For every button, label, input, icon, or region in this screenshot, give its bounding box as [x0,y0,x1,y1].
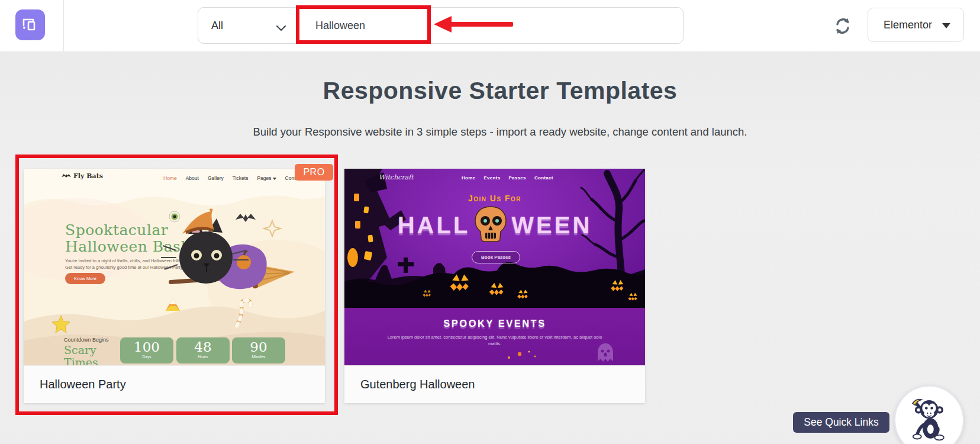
refresh-icon [833,17,852,38]
template-title: Gutenberg Halloween [360,378,475,391]
topbar-divider [63,0,64,52]
template-preview-gutenberg-halloween: Witchcraft Home Events Passes Contact Jo… [344,169,645,365]
caret-down-icon [942,23,950,28]
responsive-devices-icon [21,15,39,35]
preview2-nav-home: Home [462,175,475,181]
page-title: Responsive Starter Templates [0,77,980,105]
category-filter-select[interactable]: All [198,8,296,43]
topbar: All [0,0,980,52]
refresh-button[interactable] [831,15,855,39]
preview2-hero: Witchcraft Home Events Passes Contact Jo… [344,169,645,308]
chevron-down-icon [276,22,286,34]
countdown-box-minutes: 90 Minutes [232,337,285,363]
template-card-halloween-party[interactable]: Fly Bats Home About Gallery Tickets Page… [24,169,325,403]
search-bar: All [198,7,684,44]
caret-down-icon [273,178,276,180]
preview1-countdown-label: Countdown Begins [64,337,109,343]
preview2-nav-passes: Passes [508,175,526,181]
template-title: Halloween Party [40,378,126,391]
preview1-nav-gallery: Gallery [208,175,224,181]
preview1-nav: Home About Gallery Tickets Pages Contact [163,175,302,181]
preview2-nav-events: Events [483,175,500,181]
search-input[interactable] [296,8,683,43]
preview2-events-section: SPOOKY EVENTS Lorem ipsum dolor sit amet… [344,308,645,365]
template-card-gutenberg-halloween[interactable]: Witchcraft Home Events Passes Contact Jo… [344,169,645,403]
sparkle-dots [504,349,540,361]
preview1-nav-tickets: Tickets [233,175,249,181]
preview2-site-logo: Witchcraft [379,173,414,181]
monkey-mascot-icon [906,394,952,444]
preview2-book-passes-button: Book Passes [472,251,520,263]
see-quick-links-button[interactable]: See Quick Links [793,412,889,433]
preview1-nav-about: About [186,175,199,181]
candy-cane-icon [232,298,253,329]
star-icon [51,314,71,334]
template-preview-halloween-party: Fly Bats Home About Gallery Tickets Page… [24,169,325,365]
responsive-logo[interactable] [15,9,45,40]
preview2-section-title: SPOOKY EVENTS [344,318,645,329]
page-subtitle: Build your Responsive website in 3 simpl… [0,126,980,139]
pro-badge: PRO [295,164,333,181]
preview1-nav-home: Home [163,175,177,181]
category-filter-value: All [211,20,223,32]
starter-templates-page: All [0,0,980,444]
countdown-box-days: 100 Days [120,337,173,363]
preview2-tagline: Join Us For [344,194,645,203]
preview1-nav-pages: Pages [257,175,276,181]
preview2-hero-title: HALL WEEN [344,205,645,244]
countdown-box-hours: 48 Hours [176,337,230,363]
skull-icon [471,205,510,244]
preview1-countdown-heading: Scary Times [64,344,98,365]
card-footer: Gutenberg Halloween [344,365,645,403]
bat-icon [62,172,71,180]
page-builder-select[interactable]: Elementor [868,8,964,42]
page-builder-value: Elementor [884,19,932,31]
quick-links-mascot-button[interactable] [894,385,964,444]
preview1-site-logo: Fly Bats [62,172,103,180]
ghost-icon [595,342,615,363]
preview2-nav: Home Events Passes Contact [462,175,553,181]
preview2-nav-contact: Contact [534,175,553,181]
preview1-know-more-button: Know More [65,273,105,284]
card-footer: Halloween Party [24,365,325,403]
